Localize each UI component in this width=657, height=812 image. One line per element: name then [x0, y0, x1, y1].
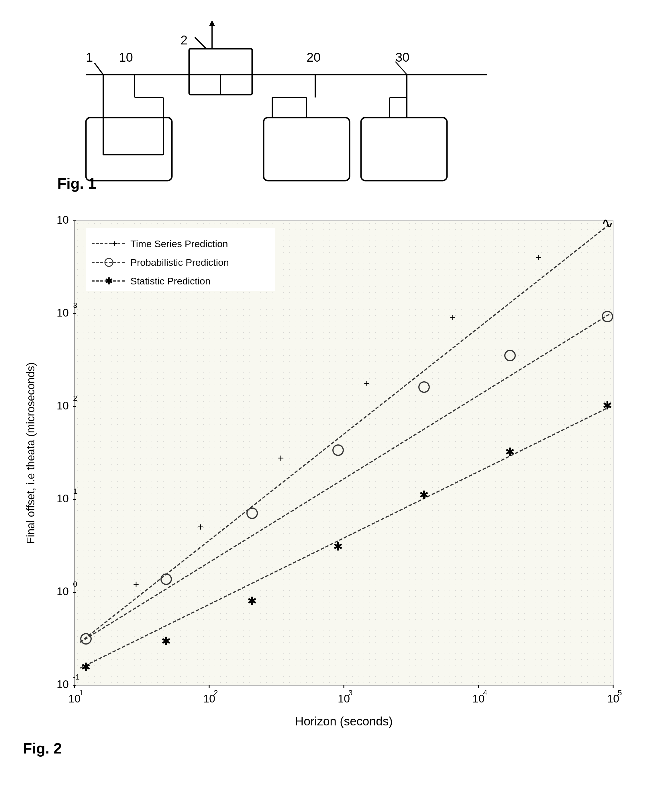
- svg-text:4: 4: [73, 215, 77, 217]
- svg-text:+: +: [198, 521, 204, 533]
- svg-text:1: 1: [79, 689, 83, 697]
- svg-text:Statistic Prediction: Statistic Prediction: [130, 276, 210, 286]
- svg-text:+: +: [364, 378, 370, 389]
- svg-text:+: +: [450, 312, 456, 323]
- svg-text:✱: ✱: [247, 595, 257, 607]
- node20-label: 20: [307, 50, 321, 64]
- fig2-label: Fig. 2: [23, 740, 62, 757]
- svg-text:∿: ∿: [601, 215, 613, 231]
- svg-text:10: 10: [472, 693, 484, 705]
- svg-text:10: 10: [57, 586, 69, 598]
- svg-text:✱: ✱: [603, 399, 612, 412]
- page: 1 10 2 20: [0, 0, 657, 812]
- svg-text:10: 10: [338, 693, 350, 705]
- svg-text:10: 10: [57, 493, 69, 504]
- svg-text:✱: ✱: [105, 276, 113, 286]
- node30-label: 30: [395, 50, 409, 64]
- svg-text:Final offset, i.e theata (micr: Final offset, i.e theata (microseconds): [25, 362, 37, 544]
- svg-text:3: 3: [73, 301, 77, 310]
- svg-rect-20: [361, 117, 447, 181]
- svg-marker-11: [209, 20, 215, 26]
- svg-text:Horizon (seconds): Horizon (seconds): [295, 715, 393, 728]
- svg-text:10: 10: [57, 678, 69, 690]
- svg-rect-8: [86, 117, 172, 181]
- svg-rect-15: [264, 117, 350, 181]
- svg-text:-1: -1: [73, 673, 79, 681]
- svg-text:10: 10: [607, 693, 619, 705]
- svg-text:3: 3: [349, 689, 352, 697]
- svg-text:✱: ✱: [161, 635, 171, 647]
- fig2-chart: 10 -1 10 0 10 1 10 2 10 3 10 4 10 1 10: [23, 215, 624, 737]
- svg-text:✱: ✱: [419, 489, 429, 501]
- svg-text:✱: ✱: [505, 445, 515, 458]
- node1-label: 1: [86, 50, 93, 64]
- svg-text:10: 10: [203, 693, 215, 705]
- fig1-diagram: 1 10 2 20: [57, 17, 516, 184]
- svg-text:10: 10: [57, 215, 69, 226]
- fig2-container: 10 -1 10 0 10 1 10 2 10 3 10 4 10 1 10: [23, 215, 624, 760]
- svg-text:4: 4: [483, 689, 487, 697]
- svg-text:2: 2: [73, 394, 77, 403]
- node10-label: 10: [119, 50, 133, 64]
- svg-text:Probabilistic Prediction: Probabilistic Prediction: [130, 257, 229, 268]
- svg-text:+: +: [278, 452, 284, 464]
- svg-text:Time Series Prediction: Time Series Prediction: [130, 238, 228, 249]
- svg-text:0: 0: [73, 580, 77, 588]
- svg-text:5: 5: [618, 689, 622, 697]
- svg-line-9: [195, 37, 206, 49]
- svg-text:✱: ✱: [333, 540, 343, 553]
- svg-text:10: 10: [57, 400, 69, 412]
- fig1-container: 1 10 2 20: [57, 17, 516, 195]
- fig1-label: Fig. 1: [57, 175, 96, 192]
- svg-text:10: 10: [69, 693, 81, 705]
- node2-label: 2: [181, 33, 187, 47]
- svg-text:10: 10: [57, 307, 69, 319]
- svg-text:+: +: [112, 238, 117, 248]
- svg-text:2: 2: [214, 689, 218, 697]
- svg-text:+: +: [133, 578, 139, 590]
- svg-text:+: +: [536, 251, 542, 263]
- svg-text:✱: ✱: [81, 661, 91, 673]
- svg-text:1: 1: [73, 487, 77, 495]
- svg-line-2: [95, 63, 103, 75]
